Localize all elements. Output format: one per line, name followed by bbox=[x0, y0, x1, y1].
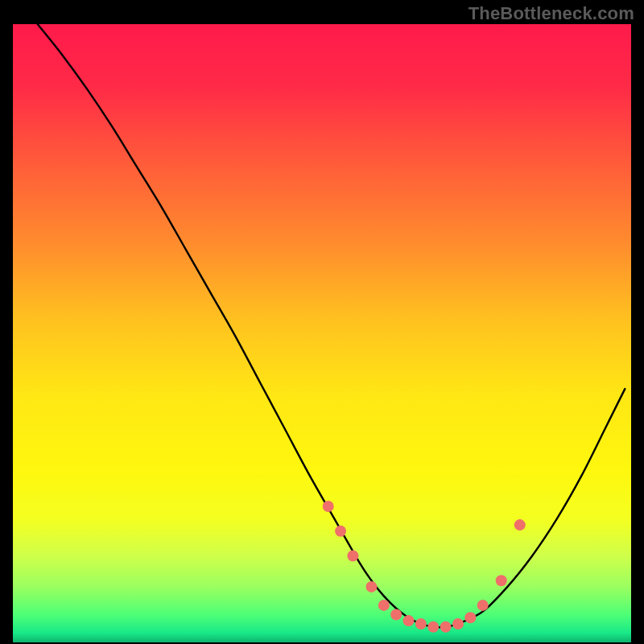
chart-frame bbox=[13, 24, 631, 642]
optimal-dot bbox=[496, 575, 507, 586]
optimal-dot bbox=[440, 621, 452, 633]
optimal-dot bbox=[514, 519, 526, 530]
optimal-dot bbox=[365, 581, 377, 592]
optimal-dot bbox=[415, 618, 427, 630]
optimal-dot bbox=[378, 600, 390, 611]
optimal-dot bbox=[427, 621, 439, 633]
optimal-dot bbox=[403, 615, 415, 626]
optimal-dot bbox=[477, 600, 489, 611]
optimal-dot bbox=[335, 526, 346, 537]
optimal-dot bbox=[464, 612, 476, 623]
optimal-dot bbox=[347, 550, 358, 561]
optimal-dot bbox=[452, 618, 464, 630]
watermark-text: TheBottleneck.com bbox=[469, 3, 634, 24]
optimal-dot bbox=[323, 501, 334, 512]
bottleneck-chart bbox=[13, 24, 631, 642]
optimal-dot bbox=[390, 609, 402, 620]
